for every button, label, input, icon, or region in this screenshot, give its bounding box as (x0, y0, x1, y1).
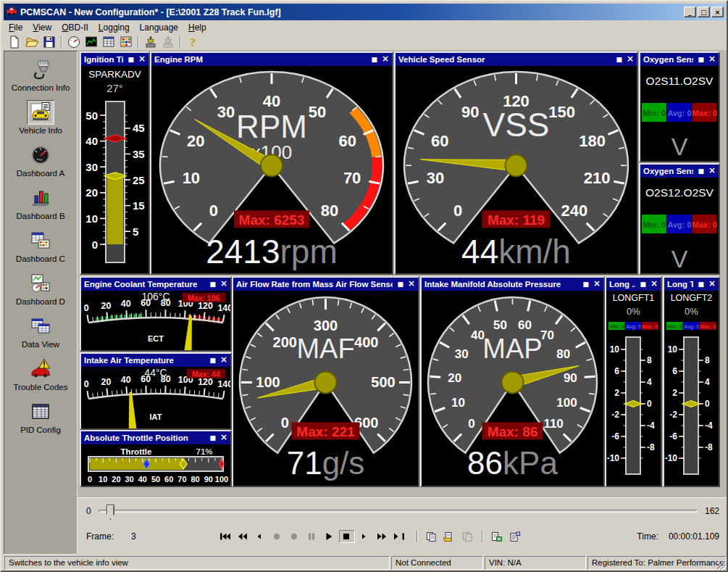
unit-label: V (671, 245, 688, 273)
transport-controls (217, 530, 407, 543)
panel-titlebar[interactable]: Oxygen Sens...■× (640, 165, 719, 178)
log-properties-button[interactable] (507, 530, 523, 543)
copy-disabled-button[interactable] (460, 530, 476, 543)
svg-text:400: 400 (354, 334, 378, 350)
menu-language[interactable]: Language (135, 21, 183, 34)
panel-close-button[interactable]: × (138, 54, 146, 63)
transport-record-button[interactable] (269, 530, 285, 543)
panel-minimize-button[interactable]: ■ (209, 281, 216, 288)
svg-text:4: 4 (647, 377, 652, 387)
transport-stop-button[interactable] (339, 530, 355, 543)
panel-titlebar[interactable]: Oxygen Sens...■× (640, 53, 719, 66)
svg-text:-6: -6 (669, 431, 677, 442)
copy-save-button[interactable] (442, 530, 458, 543)
sidebar-item-label: PID Config (20, 426, 61, 434)
panel-titlebar[interactable]: Intake Air Temperature■× (81, 354, 230, 367)
panel-minimize-button[interactable]: ■ (371, 57, 377, 63)
panel-close-button[interactable]: × (627, 54, 634, 63)
panel-close-button[interactable]: × (708, 279, 716, 288)
transport-pause-button[interactable] (304, 530, 320, 543)
panel-minimize-button[interactable]: ■ (698, 168, 704, 175)
table-view-icon[interactable] (100, 34, 117, 50)
panel-titlebar[interactable]: Ignition Ti...■× (81, 53, 148, 66)
gauges-view-icon[interactable] (65, 34, 83, 50)
sidebar-item-dashboard-d[interactable]: Dashboard D (4, 271, 77, 314)
panel-titlebar[interactable]: Engine RPM■× (151, 53, 392, 66)
menu-logging[interactable]: Logging (93, 21, 135, 34)
panel-close-button[interactable]: × (220, 279, 227, 288)
sidebar-item-vehicle-info[interactable]: Vehicle Info (4, 100, 77, 143)
new-icon[interactable] (6, 34, 23, 50)
menu-file[interactable]: File (4, 21, 28, 34)
panel-titlebar[interactable]: Long ...■× (606, 278, 661, 291)
panel-titlebar[interactable]: Air Flow Rate from Mass Air Flow Sensor■… (233, 278, 418, 291)
panel-minimize-button[interactable]: ■ (698, 57, 704, 63)
svg-text:100: 100 (256, 374, 280, 390)
panel-titlebar[interactable]: Engine Coolant Temperature■× (81, 278, 230, 291)
panel-close-button[interactable]: × (382, 54, 389, 63)
svg-text:70: 70 (343, 169, 361, 187)
svg-text:Min: 0: Min: 0 (643, 220, 666, 229)
panel-minimize-button[interactable]: ■ (127, 57, 134, 63)
menu-obd-ii[interactable]: OBD-II (57, 21, 93, 34)
ignition-gauge: SPARKADV27°01020304050515253545 (81, 66, 148, 273)
svg-text:6: 6 (672, 366, 677, 376)
transport-step-back-button[interactable] (252, 530, 268, 543)
sidebar-item-dashboard-b[interactable]: Dashboard B (4, 186, 77, 228)
resize-grip[interactable] (717, 561, 727, 571)
panel-titlebar[interactable]: Absolute Throttle Position■× (81, 431, 230, 444)
panel-titlebar[interactable]: Vehicle Speed Sensor■× (396, 53, 637, 66)
timeline-slider[interactable] (99, 510, 698, 513)
panel-close-button[interactable]: × (708, 54, 716, 63)
panel-minimize-button[interactable]: ■ (616, 57, 622, 63)
transport-skip-start-button[interactable] (217, 530, 233, 543)
transport-play-button[interactable] (322, 530, 338, 543)
help-icon[interactable]: ? (184, 34, 201, 50)
svg-text:25: 25 (133, 174, 145, 186)
panel-minimize-button[interactable]: ■ (209, 357, 216, 364)
graph-view-icon[interactable] (83, 34, 100, 50)
transport-rewind-button[interactable] (235, 530, 251, 543)
transport-step-forward-button[interactable] (356, 530, 372, 543)
svg-text:15: 15 (133, 199, 145, 212)
copy-button[interactable] (424, 530, 440, 543)
panel-minimize-button[interactable]: ■ (397, 281, 403, 288)
menu-help[interactable]: Help (183, 21, 212, 34)
export-excel-button[interactable] (489, 530, 505, 543)
panel-titlebar[interactable]: Long T...■× (664, 278, 719, 291)
open-icon[interactable] (23, 34, 41, 50)
close-button[interactable]: × (711, 7, 724, 17)
svg-text:20: 20 (448, 371, 461, 385)
transport-fast-forward-button[interactable] (374, 530, 390, 543)
connect-icon[interactable] (142, 34, 159, 50)
sidebar-item-dashboard-c[interactable]: Dashboard C (4, 228, 77, 271)
maximize-button[interactable]: □ (698, 7, 710, 17)
panel-close-button[interactable]: × (220, 433, 227, 442)
panel-minimize-button[interactable]: ■ (209, 435, 216, 442)
panel-close-button[interactable]: × (708, 166, 716, 175)
panel-minimize-button[interactable]: ■ (698, 281, 704, 288)
gauge-content: 01020304050607080RPMx100Max: 62532413rpm (151, 66, 392, 273)
panel-close-button[interactable]: × (650, 279, 658, 288)
panel-minimize-button[interactable]: ■ (582, 281, 589, 288)
panel-close-button[interactable]: × (408, 279, 415, 288)
disconnect-icon[interactable] (159, 34, 177, 50)
transport-skip-end-button[interactable] (391, 530, 407, 543)
minimize-button[interactable]: _ (684, 7, 696, 17)
panel-close-button[interactable]: × (220, 355, 227, 364)
sidebar-item-connection-info[interactable]: Connection Info (4, 57, 77, 100)
grid-view-icon[interactable] (117, 34, 135, 50)
sidebar-item-pid-config[interactable]: PID Config (4, 399, 77, 442)
sidebar-item-trouble-codes[interactable]: Trouble Codes (4, 357, 77, 399)
transport-bookmark-button[interactable] (287, 530, 303, 543)
timeline-slider-thumb[interactable] (106, 505, 114, 520)
sidebar-item-dashboard-a[interactable]: Dashboard A (4, 143, 77, 186)
save-icon[interactable] (41, 34, 58, 50)
sensor-name: O2S11.O2SV (646, 75, 714, 87)
sidebar-item-data-view[interactable]: Data View (4, 314, 77, 357)
window-titlebar[interactable]: PCMSCAN - New Configuration* - [E:\2001 … (4, 4, 726, 20)
panel-close-button[interactable]: × (593, 279, 601, 288)
menu-view[interactable]: View (28, 21, 57, 34)
panel-minimize-button[interactable]: ■ (640, 281, 646, 288)
panel-titlebar[interactable]: Intake Manifold Absolute Pressure■× (422, 278, 603, 291)
